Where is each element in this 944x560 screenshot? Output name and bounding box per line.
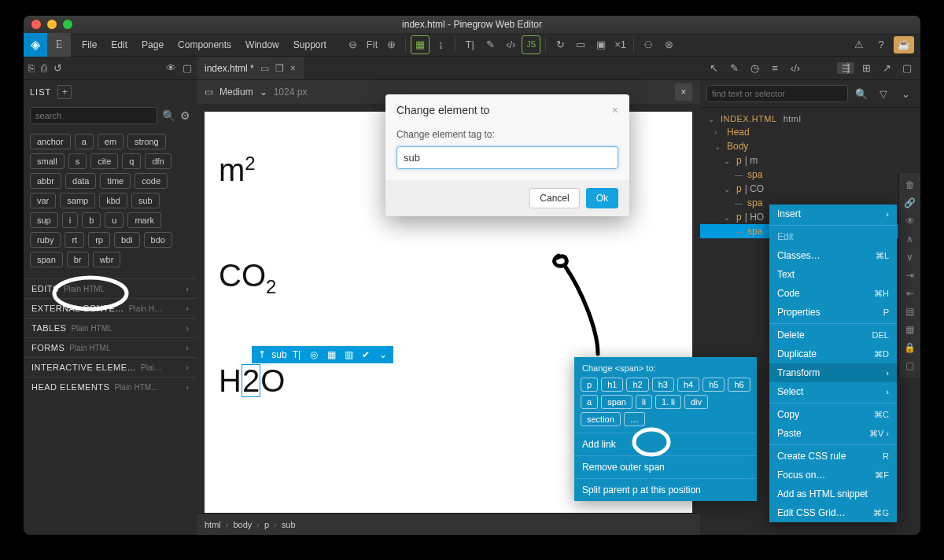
columns-icon[interactable]: ▥ xyxy=(341,349,356,360)
transform-tag-h4[interactable]: h4 xyxy=(677,378,699,392)
tree-file-row[interactable]: ⌄ INDEX.HTML html xyxy=(700,112,920,125)
transform-tag-1. li[interactable]: 1. li xyxy=(655,395,681,409)
tree-icon[interactable]: ⇶ xyxy=(837,62,854,74)
tag-b[interactable]: b xyxy=(82,212,101,228)
tag-strong[interactable]: strong xyxy=(127,134,166,149)
ctx-item-insert[interactable]: Insert› xyxy=(769,204,897,223)
grid-toggle-icon[interactable]: ▦ xyxy=(411,35,430,54)
code-icon[interactable]: ‹/› xyxy=(501,35,520,54)
ctx-item-add-as-html-snippet[interactable]: Add as HTML snippet xyxy=(769,484,897,503)
device-icon[interactable]: ▭ xyxy=(205,87,213,98)
tag-input[interactable] xyxy=(396,146,618,169)
text-tool-icon[interactable]: T| xyxy=(460,35,479,54)
transform-tag-h6[interactable]: h6 xyxy=(728,378,750,392)
visibility-icon[interactable]: ⦵ xyxy=(639,35,658,54)
transform-tag-h3[interactable]: h3 xyxy=(652,378,674,392)
formula-h2o[interactable]: H2O xyxy=(219,363,285,399)
ctx-item-copy[interactable]: Copy⌘C xyxy=(769,405,897,424)
ctx-item-paste[interactable]: Paste⌘V › xyxy=(769,424,897,443)
multiplier[interactable]: ×1 xyxy=(612,35,629,54)
transform-action[interactable]: Add link xyxy=(574,433,757,455)
ctx-item-create-css-rule[interactable]: Create CSS ruleR xyxy=(769,447,897,466)
fit-button[interactable]: Fit xyxy=(364,35,380,54)
close-viewport-icon[interactable]: × xyxy=(675,83,692,101)
add-list-icon[interactable]: + xyxy=(57,85,72,99)
tree-row[interactable]: ⌄Body xyxy=(700,139,920,153)
lock-icon[interactable]: 🔒 xyxy=(902,340,918,355)
grid-icon[interactable]: ▦ xyxy=(902,322,918,337)
search-icon[interactable]: 🔍 xyxy=(162,109,175,122)
panel-icon[interactable]: ▢ xyxy=(902,358,918,373)
tag-cite[interactable]: cite xyxy=(90,153,118,169)
ctx-item-duplicate[interactable]: Duplicate⌘D xyxy=(769,344,897,363)
transform-tag-p[interactable]: p xyxy=(581,378,598,392)
tree-row[interactable]: ›Head xyxy=(700,125,920,139)
refresh-icon[interactable]: ↻ xyxy=(551,35,570,54)
filter-icon[interactable]: ⚙ xyxy=(180,109,190,122)
file-tab[interactable]: index.html * ▭ ❐ × xyxy=(197,57,304,79)
cursor-icon[interactable]: ↖ xyxy=(705,62,722,74)
js-toggle-icon[interactable]: JS xyxy=(522,35,540,54)
film-icon[interactable]: ▤ xyxy=(902,304,918,319)
tag-data[interactable]: data xyxy=(65,173,96,189)
menu-support[interactable]: Support xyxy=(287,36,333,53)
tree-row[interactable]: ⌄p | CO xyxy=(700,182,920,196)
tree-row[interactable]: ⌄p | m xyxy=(700,153,920,168)
zoom-in-icon[interactable]: ⊕ xyxy=(382,35,400,54)
tag-a[interactable]: a xyxy=(75,134,94,149)
ctx-item-select[interactable]: Select› xyxy=(769,382,897,401)
ctx-item-code[interactable]: Code⌘H xyxy=(769,284,897,303)
tag-anchor[interactable]: anchor xyxy=(30,134,71,149)
link-icon[interactable]: 🔗 xyxy=(902,196,918,211)
transform-tag-h1[interactable]: h1 xyxy=(601,378,623,392)
ok-button[interactable]: Ok xyxy=(586,188,618,208)
components-icon[interactable]: ⊞ xyxy=(857,62,875,74)
stack-icon[interactable]: ≡ xyxy=(766,62,784,74)
print-icon[interactable]: ⎙ xyxy=(41,62,47,74)
e-logo-icon[interactable]: E xyxy=(47,33,71,57)
tag-wbr[interactable]: wbr xyxy=(93,252,121,267)
tag-rp[interactable]: rp xyxy=(88,232,110,248)
ctx-item-edit-css-grid-[interactable]: Edit CSS Grid…⌘G xyxy=(769,503,897,522)
split-icon[interactable]: ▭ xyxy=(260,63,269,74)
element-tag[interactable]: sub xyxy=(272,349,286,360)
indent-icon[interactable]: ⇥ xyxy=(902,268,918,283)
chevron-down-icon[interactable]: ⌄ xyxy=(260,87,267,98)
ctx-item-transform[interactable]: Transform› xyxy=(769,363,897,382)
transform-tag-section[interactable]: section xyxy=(581,412,621,426)
library-icon[interactable]: ⎘ xyxy=(28,62,35,74)
tag-dfn[interactable]: dfn xyxy=(145,153,171,169)
section-row[interactable]: TABLESPlain HTML› xyxy=(24,318,197,337)
text-edit-icon[interactable]: T| xyxy=(289,349,304,360)
transform-tag-…[interactable]: … xyxy=(624,412,645,426)
up-icon[interactable]: ∧ xyxy=(902,232,918,247)
eye-icon[interactable]: 👁 xyxy=(902,214,918,229)
duplicate-view-icon[interactable]: ❐ xyxy=(275,63,284,74)
filter-icon[interactable]: ▽ xyxy=(875,88,892,100)
panel-right-icon[interactable]: ▢ xyxy=(183,62,192,74)
breadcrumb-item[interactable]: html xyxy=(205,520,221,529)
alert-icon[interactable]: ⚠ xyxy=(850,35,868,54)
zoom-out-icon[interactable]: ⊖ xyxy=(344,35,363,54)
tag-code[interactable]: code xyxy=(135,173,168,189)
outdent-icon[interactable]: ⇤ xyxy=(902,286,918,300)
transform-tag-a[interactable]: a xyxy=(581,395,598,409)
move-up-icon[interactable]: ⤒ xyxy=(255,349,269,360)
close-tab-icon[interactable]: × xyxy=(290,63,296,74)
viewport-size[interactable]: Medium xyxy=(219,87,253,98)
transform-tag-div[interactable]: div xyxy=(684,395,708,409)
formula-m2[interactable]: m2 xyxy=(219,153,256,188)
target-icon[interactable]: ◎ xyxy=(307,349,321,360)
more-icon[interactable]: ↗ xyxy=(878,62,895,74)
ctx-item-text[interactable]: Text xyxy=(769,265,897,284)
formula-co2[interactable]: CO2 xyxy=(219,258,276,298)
panel-right-icon[interactable]: ▢ xyxy=(898,62,916,74)
tag-kbd[interactable]: kbd xyxy=(99,193,127,208)
tag-i[interactable]: i xyxy=(62,212,78,228)
selected-char[interactable]: 2 xyxy=(242,364,260,397)
brush-icon[interactable]: ✎ xyxy=(725,62,743,74)
tag-sub[interactable]: sub xyxy=(131,193,160,208)
tag-samp[interactable]: samp xyxy=(60,193,95,208)
transform-action[interactable]: Split parent p at this position xyxy=(574,478,757,501)
menu-edit[interactable]: Edit xyxy=(105,36,134,53)
